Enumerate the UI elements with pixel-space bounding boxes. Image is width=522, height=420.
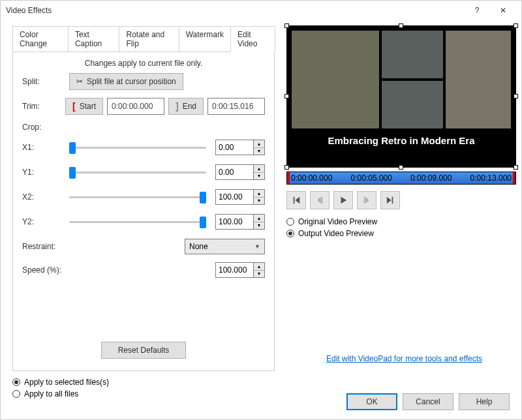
trim-end-label: End: [183, 102, 196, 111]
radio-icon: [286, 230, 294, 237]
tab-strip: Color Change Text Caption Rotate and Fli…: [12, 26, 275, 52]
skip-start-button[interactable]: [286, 191, 306, 209]
crop-x1-slider[interactable]: [69, 141, 206, 154]
crop-x2-slider[interactable]: [69, 190, 206, 203]
cancel-button[interactable]: Cancel: [403, 393, 453, 410]
edit-with-videopad-link[interactable]: Edit with VideoPad for more tools and ef…: [326, 354, 482, 363]
radio-icon: [12, 378, 20, 386]
crop-label: Crop:: [22, 123, 69, 132]
bracket-close-icon: ]: [176, 101, 179, 112]
tab-edit-video[interactable]: Edit Video: [230, 26, 275, 52]
crop-x1-label: X1:: [22, 143, 69, 152]
spin-up-icon[interactable]: ▲: [254, 263, 264, 271]
trim-start-button[interactable]: [ Start: [65, 98, 103, 115]
spin-up-icon[interactable]: ▲: [254, 190, 264, 198]
video-preview[interactable]: Embracing Retro in Modern Era: [286, 25, 516, 168]
apply-selected-radio[interactable]: Apply to selected files(s): [12, 378, 275, 387]
crop-y1-slider[interactable]: [69, 166, 206, 179]
crop-y2-label: Y2:: [22, 217, 69, 226]
timeline-start-marker[interactable]: [287, 172, 290, 184]
spin-up-icon[interactable]: ▲: [254, 165, 264, 173]
speed-label: Speed (%):: [22, 265, 114, 275]
changes-note: Changes apply to current file only.: [22, 59, 265, 68]
apply-all-radio[interactable]: Apply to all files: [12, 389, 275, 398]
crop-y2-slider[interactable]: [69, 215, 206, 228]
trim-start-value[interactable]: 0:00:00.000: [107, 98, 164, 115]
timeline-mark: 0:00:09.000: [410, 173, 452, 183]
restraint-value: None: [189, 242, 208, 251]
output-preview-radio[interactable]: Output Video Preview: [286, 229, 516, 238]
tab-text-caption[interactable]: Text Caption: [68, 26, 120, 52]
timeline-mark: 0:00:05.000: [351, 173, 392, 183]
tab-watermark[interactable]: Watermark: [179, 26, 231, 52]
scissors-icon: ✂: [76, 77, 83, 86]
titlebar: Video Effects ? ✕: [1, 1, 521, 20]
video-effects-dialog: Video Effects ? ✕ Color Change Text Capt…: [0, 0, 522, 420]
split-button[interactable]: ✂ Split file at cursor position: [69, 73, 183, 90]
trim-label: Trim:: [22, 102, 65, 111]
preview-caption: Embracing Retro in Modern Era: [292, 135, 511, 146]
spin-down-icon[interactable]: ▼: [254, 173, 264, 180]
spin-up-icon[interactable]: ▲: [254, 215, 264, 222]
trim-end-button[interactable]: ] End: [168, 98, 204, 115]
restraint-label: Restraint:: [22, 242, 114, 251]
trim-end-value[interactable]: 0:00:15.016: [207, 98, 265, 115]
step-forward-button[interactable]: [357, 191, 376, 209]
timeline-mark: 0:00:13.000: [470, 173, 512, 183]
step-back-button[interactable]: [310, 191, 330, 209]
window-title: Video Effects: [6, 6, 464, 15]
chevron-down-icon: ▼: [254, 243, 260, 250]
spin-down-icon[interactable]: ▼: [254, 148, 264, 155]
close-icon[interactable]: ✕: [490, 1, 516, 20]
reset-defaults-button[interactable]: Reset Defaults: [101, 342, 186, 359]
help-button[interactable]: Help: [459, 393, 510, 410]
restraint-select[interactable]: None ▼: [185, 239, 265, 254]
crop-x2-label: X2:: [22, 192, 69, 202]
preview-collage: [292, 31, 511, 128]
crop-y1-input[interactable]: ▲▼: [215, 164, 265, 180]
timeline-mark: 0:00:00.000: [291, 173, 332, 183]
crop-x1-input[interactable]: ▲▼: [215, 140, 265, 155]
tab-color-change[interactable]: Color Change: [12, 26, 69, 52]
help-icon[interactable]: ?: [464, 1, 490, 20]
spin-up-icon[interactable]: ▲: [254, 140, 264, 148]
tab-panel-edit-video: Changes apply to current file only. Spli…: [12, 52, 275, 371]
tab-rotate-flip[interactable]: Rotate and Flip: [119, 26, 179, 52]
speed-input[interactable]: ▲▼: [215, 262, 265, 278]
original-preview-radio[interactable]: Original Video Preview: [286, 217, 516, 226]
spin-down-icon[interactable]: ▼: [254, 222, 264, 230]
original-preview-label: Original Video Preview: [298, 217, 377, 226]
trim-start-label: Start: [80, 102, 96, 111]
split-label: Split:: [22, 77, 69, 86]
apply-all-label: Apply to all files: [24, 389, 78, 398]
apply-selected-label: Apply to selected files(s): [24, 378, 109, 387]
radio-icon: [286, 218, 294, 226]
crop-y2-input[interactable]: ▲▼: [215, 214, 265, 230]
spin-down-icon[interactable]: ▼: [254, 271, 264, 278]
crop-x2-input[interactable]: ▲▼: [215, 189, 265, 205]
timeline-end-marker[interactable]: [513, 172, 515, 184]
play-button[interactable]: [333, 191, 353, 209]
bracket-open-icon: [: [72, 101, 76, 112]
radio-icon: [12, 390, 20, 398]
split-button-label: Split file at cursor position: [87, 77, 176, 86]
spin-down-icon[interactable]: ▼: [254, 198, 264, 205]
crop-y1-label: Y1:: [22, 168, 69, 177]
skip-end-button[interactable]: [380, 191, 400, 209]
ok-button[interactable]: OK: [346, 393, 397, 410]
timeline[interactable]: 0:00:00.000 0:00:05.000 0:00:09.000 0:00…: [286, 172, 516, 185]
output-preview-label: Output Video Preview: [298, 229, 374, 238]
